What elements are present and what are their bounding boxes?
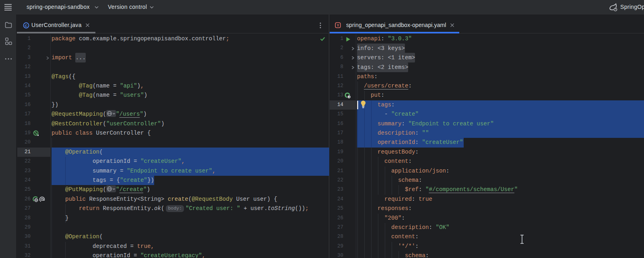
svg-text:C: C: [25, 23, 28, 28]
svg-text:Y: Y: [337, 23, 339, 27]
